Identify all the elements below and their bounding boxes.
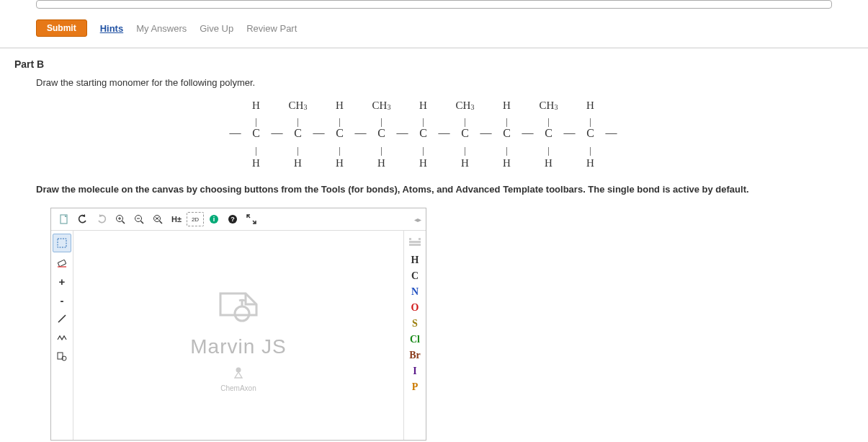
new-icon[interactable] <box>55 211 73 228</box>
instruction-text: Draw the molecule on the canvas by choos… <box>36 184 832 195</box>
atom-s[interactable]: S <box>406 316 424 332</box>
atom-br[interactable]: Br <box>406 348 424 363</box>
chemaxon-logo-icon <box>231 366 246 380</box>
part-label: Part B <box>14 58 832 70</box>
svg-point-22 <box>235 306 249 321</box>
svg-line-2 <box>122 221 125 224</box>
svg-rect-26 <box>419 238 421 240</box>
polymer-structure: HCH3HCH3HCH3HCH3H|||||||||—C—C—C—C—C—C—C… <box>14 95 832 171</box>
svg-rect-17 <box>58 260 66 267</box>
single-bond-tool[interactable] <box>53 310 71 327</box>
atom-scroll-icon[interactable]: ◂▸ <box>414 212 421 226</box>
marvin-logo-icon <box>206 279 271 330</box>
select-tool[interactable] <box>53 234 71 252</box>
atom-cl[interactable]: Cl <box>406 332 424 348</box>
svg-line-19 <box>58 315 66 322</box>
my-answers-link[interactable]: My Answers <box>136 23 187 34</box>
chemaxon-label: ChemAxon <box>220 384 256 392</box>
zoom-out-icon[interactable] <box>130 211 148 228</box>
left-toolbar: + - <box>51 231 73 440</box>
atom-h[interactable]: H <box>406 252 424 268</box>
question-text: Draw the starting monomer for the follow… <box>36 77 832 88</box>
svg-text:?: ? <box>231 216 235 223</box>
atom-p[interactable]: P <box>406 379 424 395</box>
svg-text:i: i <box>213 216 215 223</box>
atom-c[interactable]: C <box>406 268 424 284</box>
template-tool[interactable] <box>53 348 71 365</box>
drawing-canvas[interactable]: Marvin JS ChemAxon <box>73 231 403 440</box>
svg-rect-16 <box>58 239 66 247</box>
charge-minus-tool[interactable]: - <box>53 291 71 309</box>
editor-help-icon[interactable]: ? <box>224 211 241 228</box>
eraser-tool[interactable] <box>53 254 71 271</box>
atom-n[interactable]: N <box>406 284 424 300</box>
review-part-link[interactable]: Review Part <box>246 23 297 34</box>
give-up-link[interactable]: Give Up <box>200 23 233 34</box>
marvin-title: Marvin JS <box>190 335 286 358</box>
explicit-h-button[interactable]: H± <box>168 211 185 228</box>
svg-line-9 <box>160 221 163 224</box>
top-toolbar: H± 2D i ? ◂▸ <box>51 208 426 231</box>
info-icon[interactable]: i <box>205 211 223 228</box>
marvin-editor: H± 2D i ? ◂▸ <box>50 208 426 441</box>
svg-line-6 <box>141 221 144 224</box>
undo-icon[interactable] <box>74 211 91 228</box>
submit-button[interactable]: Submit <box>36 19 87 37</box>
atom-i[interactable]: I <box>406 363 424 379</box>
periodic-table-icon[interactable] <box>406 234 424 251</box>
hints-link[interactable]: Hints <box>100 23 124 34</box>
zoom-in-icon[interactable] <box>112 211 129 228</box>
svg-rect-25 <box>409 238 411 240</box>
redo-icon[interactable] <box>93 211 110 228</box>
charge-plus-tool[interactable]: + <box>53 273 71 290</box>
svg-rect-27 <box>409 241 421 243</box>
fullscreen-icon[interactable] <box>243 211 260 228</box>
answer-area: reset Help <box>36 0 832 9</box>
svg-rect-28 <box>409 244 421 246</box>
zoom-fit-icon[interactable] <box>149 211 166 228</box>
chain-tool[interactable] <box>53 329 71 346</box>
atom-o[interactable]: O <box>406 300 424 316</box>
atoms-toolbar: HCNOSClBrIP <box>403 231 426 440</box>
clean-2d-button[interactable]: 2D <box>187 212 204 226</box>
